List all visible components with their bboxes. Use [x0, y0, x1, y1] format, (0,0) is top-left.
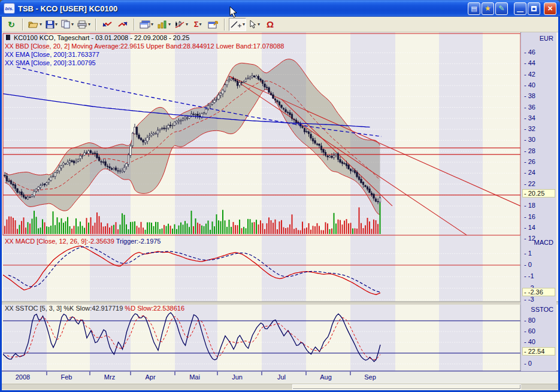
axis-tick-label: - 80: [524, 317, 535, 324]
series-icon: [6, 35, 10, 40]
chart-area[interactable]: KC0100 KCO, Tageschart - 03.01.2008 - 22…: [2, 32, 558, 390]
axis-tick-label: - 40: [524, 338, 535, 345]
macd-axis-header: MACD: [534, 239, 553, 246]
axis-tick-label: - 26: [524, 158, 535, 165]
axis-tick-label: - 16: [524, 213, 535, 220]
magnet-icon: Ω: [267, 19, 274, 29]
axis-tick-label: - 0: [524, 261, 532, 268]
refresh-icon: ↻: [8, 20, 15, 29]
axis-tick-label: - 38: [524, 92, 535, 99]
axis-tick-label: - 44: [524, 59, 535, 66]
macd-legend-main: XX MACD [Close, 12, 26, 9]:-2.35639: [5, 238, 114, 245]
minimize-button[interactable]: —: [514, 2, 526, 15]
axis-tick-label: - 14: [524, 224, 535, 231]
periods-button[interactable]: ▾: [156, 18, 172, 31]
month-label: Aug: [313, 373, 339, 381]
titlebar[interactable]: bis. TSB - KCO [USER] KC0100 ▤ ★ ✎ — ✕: [0, 0, 560, 17]
sigma-icon: Σ: [194, 20, 199, 29]
layout-button[interactable]: ▾: [138, 18, 155, 31]
main-legend-sma[interactable]: XX SMA [Close, 200]:31.00795: [5, 59, 96, 67]
maximize-button[interactable]: [528, 2, 540, 15]
month-label: Sep: [357, 373, 383, 381]
toolbar-separator: [22, 19, 23, 31]
current-macd-badge: - -2.36: [522, 288, 555, 296]
dropdown-icon: ▾: [199, 22, 202, 27]
pencil-icon: ✎: [498, 4, 504, 13]
axis-tick-label: - 24: [524, 169, 535, 176]
chart-back-icon: [102, 20, 113, 28]
main-legend-ema[interactable]: XX EMA [Close, 200]:31.763377: [5, 51, 99, 59]
month-label: Mai: [181, 373, 208, 381]
indicators-button[interactable]: ▾: [173, 18, 189, 31]
panels-icon: ▤: [471, 5, 477, 13]
macd-legend[interactable]: XX MACD [Close, 12, 26, 9]:-2.35639 Trig…: [5, 238, 161, 245]
axis-tick-label: - -1: [524, 272, 534, 279]
close-button[interactable]: ✕: [544, 2, 556, 15]
toolbar-separator: [224, 19, 225, 31]
layout-icon: [140, 20, 150, 29]
month-label: Jun: [224, 373, 250, 381]
copy-button[interactable]: ▾: [60, 18, 75, 31]
open-button[interactable]: ▾: [27, 18, 43, 31]
maximize-icon: [531, 6, 537, 11]
dropdown-icon: ▾: [88, 22, 90, 27]
toolbar-separator: [95, 19, 96, 31]
dropdown-icon: ▾: [151, 22, 153, 27]
dropdown-icon: ▾: [71, 22, 74, 27]
month-label: Mrz: [96, 373, 123, 381]
periods-icon: [157, 20, 168, 29]
formulas-button[interactable]: Σ ▾: [190, 18, 205, 31]
line-tool-button[interactable]: ▾: [229, 18, 246, 31]
current-sstoc-badge: - 22.54: [522, 347, 555, 355]
axis-tick-label: - 30: [524, 136, 535, 143]
app-window: bis. TSB - KCO [USER] KC0100 ▤ ★ ✎ — ✕ ↻…: [0, 0, 560, 392]
indicators-icon: [174, 20, 185, 29]
sstoc-legend[interactable]: XX SSTOC [5, 3, 3] %K Slow:42.917719 %D …: [5, 305, 184, 312]
print-button[interactable]: ▾: [76, 18, 92, 31]
copy-icon: [61, 20, 71, 29]
price-axis-header: EUR: [540, 35, 553, 42]
chart-forward-icon: [117, 20, 128, 28]
panels-button[interactable]: ▤: [468, 2, 480, 15]
star-icon: ★: [485, 4, 491, 13]
properties-icon: [208, 20, 219, 29]
chart-back-button[interactable]: [100, 18, 114, 31]
refresh-button[interactable]: ↻: [4, 18, 19, 31]
month-label: 2008: [10, 373, 36, 381]
axis-tick-label: - -3: [524, 296, 534, 303]
edit-button[interactable]: ✎: [495, 2, 508, 15]
axis-tick-label: - 36: [524, 104, 535, 111]
magnet-button[interactable]: Ω: [263, 18, 277, 31]
dropdown-icon: ▾: [55, 22, 57, 27]
axis-tick-label: - 42: [524, 71, 535, 78]
axis-tick-label: - 0: [524, 360, 532, 367]
sstoc-axis-header: SSTOC: [531, 306, 553, 313]
close-icon: ✕: [547, 5, 553, 13]
favorites-button[interactable]: ★: [482, 2, 494, 15]
scrollbar-thumb[interactable]: [292, 384, 521, 390]
pointer-button[interactable]: ▾: [247, 18, 262, 31]
axis-tick-label: - 32: [524, 125, 535, 132]
main-legend-title[interactable]: KC0100 KCO, Tageschart - 03.01.2008 - 22…: [6, 34, 189, 42]
properties-button[interactable]: [206, 18, 220, 31]
axis-tick-label: - 34: [524, 114, 535, 121]
month-label: Jul: [268, 373, 295, 381]
chart-forward-button[interactable]: [116, 18, 130, 31]
axis-tick-label: - 46: [524, 48, 535, 56]
line-tool-icon: [230, 20, 242, 29]
sstoc-legend-k: XX SSTOC [5, 3, 3] %K Slow:42.917719: [5, 305, 123, 312]
axis-tick-label: - 60: [524, 327, 535, 335]
main-legend-bbd[interactable]: XX BBD [Close, 20, 2] Moving Average:22.…: [5, 42, 284, 50]
pointer-icon: [249, 20, 257, 29]
macd-legend-trigger: Trigger:-2.1975: [116, 238, 161, 245]
dropdown-icon: ▾: [186, 22, 188, 27]
axis-tick-label: - 18: [524, 202, 535, 209]
axis-tick-label: - 28: [524, 147, 535, 154]
dropdown-icon: ▾: [168, 22, 171, 27]
toolbar: ↻ ▾ ▾ ▾ ▾ ▾ ▾ ▾ Σ ▾: [2, 17, 558, 32]
dropdown-icon: ▾: [243, 22, 245, 27]
save-button[interactable]: ▾: [44, 18, 59, 31]
horizontal-scrollbar[interactable]: [2, 384, 558, 390]
app-icon: bis.: [4, 3, 15, 14]
sstoc-legend-d: %D Slow:22.538616: [125, 305, 184, 312]
